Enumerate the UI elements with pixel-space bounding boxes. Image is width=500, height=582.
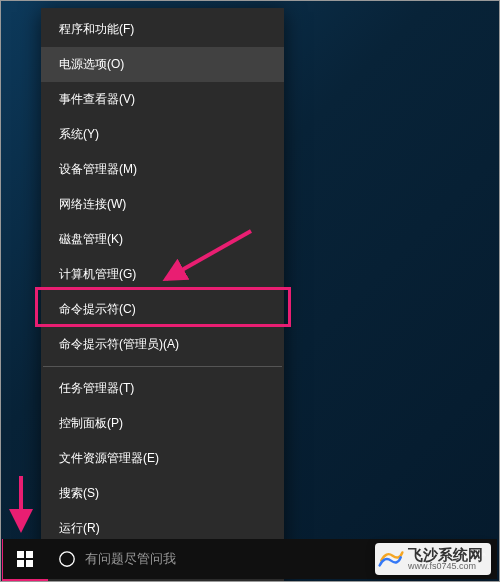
menu-item-8[interactable]: 命令提示符(C) — [41, 292, 284, 327]
cortana-circle-icon — [58, 550, 76, 568]
winx-context-menu[interactable]: 程序和功能(F)电源选项(O)事件查看器(V)系统(Y)设备管理器(M)网络连接… — [41, 8, 284, 582]
menu-item-11[interactable]: 任务管理器(T) — [41, 371, 284, 406]
menu-item-6[interactable]: 磁盘管理(K) — [41, 222, 284, 257]
menu-item-label: 事件查看器(V) — [59, 92, 135, 106]
watermark: 飞沙系统网 www.fs0745.com — [375, 543, 491, 575]
menu-separator — [43, 366, 282, 367]
menu-item-7[interactable]: 计算机管理(G) — [41, 257, 284, 292]
menu-item-label: 命令提示符(C) — [59, 302, 136, 316]
menu-item-1[interactable]: 电源选项(O) — [41, 47, 284, 82]
cortana-placeholder-text[interactable]: 有问题尽管问我 — [85, 550, 176, 568]
menu-item-label: 控制面板(P) — [59, 416, 123, 430]
svg-rect-5 — [26, 560, 33, 567]
menu-item-label: 程序和功能(F) — [59, 22, 134, 36]
menu-item-label: 命令提示符(管理员)(A) — [59, 337, 179, 351]
windows-logo-icon — [17, 551, 33, 567]
menu-item-label: 设备管理器(M) — [59, 162, 137, 176]
menu-item-12[interactable]: 控制面板(P) — [41, 406, 284, 441]
menu-item-4[interactable]: 设备管理器(M) — [41, 152, 284, 187]
menu-item-3[interactable]: 系统(Y) — [41, 117, 284, 152]
menu-item-label: 电源选项(O) — [59, 57, 124, 71]
menu-item-14[interactable]: 搜索(S) — [41, 476, 284, 511]
cortana-button[interactable] — [47, 539, 87, 579]
watermark-url: www.fs0745.com — [408, 562, 483, 571]
menu-item-2[interactable]: 事件查看器(V) — [41, 82, 284, 117]
svg-rect-3 — [26, 551, 33, 558]
menu-item-0[interactable]: 程序和功能(F) — [41, 12, 284, 47]
menu-item-5[interactable]: 网络连接(W) — [41, 187, 284, 222]
menu-item-label: 运行(R) — [59, 521, 100, 535]
svg-rect-4 — [17, 560, 24, 567]
watermark-logo-icon — [378, 546, 404, 572]
start-button[interactable] — [3, 539, 47, 579]
menu-item-9[interactable]: 命令提示符(管理员)(A) — [41, 327, 284, 362]
menu-item-label: 任务管理器(T) — [59, 381, 134, 395]
menu-item-label: 文件资源管理器(E) — [59, 451, 159, 465]
svg-point-6 — [60, 552, 74, 566]
menu-item-13[interactable]: 文件资源管理器(E) — [41, 441, 284, 476]
menu-item-label: 网络连接(W) — [59, 197, 126, 211]
menu-item-label: 系统(Y) — [59, 127, 99, 141]
svg-rect-2 — [17, 551, 24, 558]
watermark-title: 飞沙系统网 — [408, 547, 483, 562]
menu-item-label: 搜索(S) — [59, 486, 99, 500]
menu-item-label: 计算机管理(G) — [59, 267, 136, 281]
menu-item-label: 磁盘管理(K) — [59, 232, 123, 246]
